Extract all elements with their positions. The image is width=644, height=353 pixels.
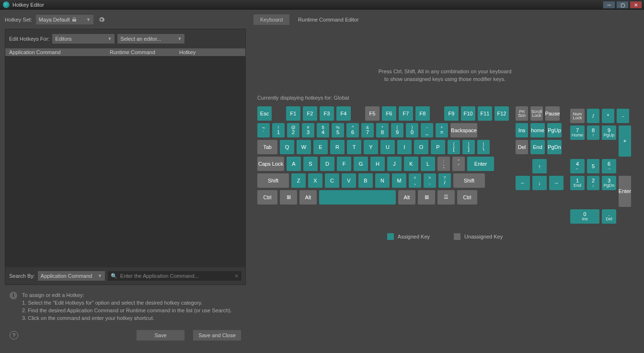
key-b[interactable]: B: [358, 173, 373, 188]
key-z[interactable]: Z: [291, 173, 306, 188]
col-runtime-command[interactable]: Runtime Command: [106, 49, 175, 55]
key-home[interactable]: home: [530, 123, 545, 137]
key-y[interactable]: Y: [364, 140, 378, 154]
key-r[interactable]: R: [330, 140, 345, 154]
key-end[interactable]: End: [530, 140, 545, 154]
key-backspace[interactable]: Backspace: [450, 123, 477, 137]
key-[interactable]: }]: [462, 140, 475, 154]
key-pgup[interactable]: PgUp: [547, 123, 562, 137]
tab-keyboard[interactable]: Keyboard: [253, 14, 289, 25]
key-m[interactable]: M: [392, 173, 406, 188]
key-[interactable]: /: [587, 109, 599, 123]
key-[interactable]: ↓: [532, 176, 547, 190]
key-blank[interactable]: [319, 190, 396, 205]
settings-gear-icon[interactable]: [97, 15, 106, 24]
key-[interactable]: ?/: [438, 173, 451, 188]
key-4[interactable]: 4←: [570, 159, 585, 173]
key-1[interactable]: 1End: [570, 176, 585, 190]
key-2[interactable]: @2: [287, 123, 299, 137]
key-e[interactable]: E: [313, 140, 328, 154]
key-alt[interactable]: Alt: [299, 190, 317, 205]
key-i[interactable]: I: [397, 140, 412, 154]
key-o[interactable]: O: [414, 140, 428, 154]
key-f11[interactable]: F11: [478, 106, 492, 121]
key-3[interactable]: 3PgDn: [602, 176, 616, 190]
key-capslock[interactable]: Caps Lock: [257, 157, 284, 171]
key-f1[interactable]: F1: [286, 106, 300, 121]
help-button[interactable]: ?: [10, 331, 18, 340]
key-scn[interactable]: PrtScn: [516, 106, 528, 121]
key-lock[interactable]: ScrollLock: [530, 106, 543, 121]
key-[interactable]: →: [549, 176, 564, 190]
key-esc[interactable]: Esc: [257, 106, 272, 121]
key-f12[interactable]: F12: [494, 106, 509, 121]
key-v[interactable]: V: [342, 173, 356, 188]
key-ins[interactable]: Ins: [516, 123, 528, 137]
key-8[interactable]: *8: [376, 123, 389, 137]
key-3[interactable]: #3: [302, 123, 314, 137]
key-[interactable]: ←: [516, 176, 530, 190]
key-c[interactable]: C: [325, 173, 339, 188]
key-f9[interactable]: F9: [444, 106, 459, 121]
key-[interactable]: .Del: [602, 209, 616, 224]
save-close-button[interactable]: Save and Close: [193, 330, 241, 341]
key-f8[interactable]: F8: [415, 106, 430, 121]
key-ctrl[interactable]: Ctrl: [457, 190, 477, 205]
key-5[interactable]: 5: [587, 159, 599, 173]
key-l[interactable]: L: [421, 157, 435, 171]
key-lock[interactable]: NumLock: [570, 109, 585, 123]
key-[interactable]: |\: [477, 140, 490, 154]
key-h[interactable]: H: [370, 157, 385, 171]
key-pause[interactable]: Pause: [545, 106, 560, 121]
key-d[interactable]: D: [320, 157, 334, 171]
key-[interactable]: -_: [421, 123, 433, 137]
key-u[interactable]: U: [380, 140, 395, 154]
key-[interactable]: ⊞: [280, 190, 297, 205]
key-f3[interactable]: F3: [320, 106, 334, 121]
key-8[interactable]: 8↑: [587, 125, 599, 140]
key-ctrl[interactable]: Ctrl: [257, 190, 277, 205]
key-k[interactable]: K: [404, 157, 418, 171]
key-f2[interactable]: F2: [303, 106, 317, 121]
key-p[interactable]: P: [431, 140, 445, 154]
key-[interactable]: {[: [448, 140, 460, 154]
search-mode-dropdown[interactable]: Application Command ▼: [38, 271, 105, 281]
hotkey-set-dropdown[interactable]: Maya Default ▼: [36, 15, 93, 24]
key-f5[interactable]: F5: [365, 106, 380, 121]
key-f4[interactable]: F4: [336, 106, 351, 121]
key-9[interactable]: 9PgUp: [602, 125, 616, 140]
key-0[interactable]: )0: [406, 123, 418, 137]
key-[interactable]: *: [602, 109, 614, 123]
key-enter[interactable]: Enter: [467, 157, 494, 171]
key-[interactable]: >.: [424, 173, 436, 188]
key-f[interactable]: F: [337, 157, 351, 171]
key-f10[interactable]: F10: [461, 106, 475, 121]
close-button[interactable]: ✕: [630, 1, 642, 9]
key-6[interactable]: 6→: [602, 159, 616, 173]
key-[interactable]: +: [619, 125, 631, 157]
key-shift[interactable]: Shift: [453, 173, 485, 188]
key-[interactable]: <,: [409, 173, 421, 188]
key-s[interactable]: S: [303, 157, 318, 171]
col-hotkey[interactable]: Hotkey: [175, 49, 245, 55]
maximize-button[interactable]: ▢: [616, 1, 629, 9]
key-5[interactable]: %5: [332, 123, 344, 137]
key-1[interactable]: !1: [272, 123, 285, 137]
key-shift[interactable]: Shift: [257, 173, 289, 188]
key-f6[interactable]: F6: [382, 106, 396, 121]
key-7[interactable]: 7Home: [570, 125, 585, 140]
key-g[interactable]: G: [354, 157, 368, 171]
minimize-button[interactable]: ─: [603, 1, 615, 9]
key-w[interactable]: W: [297, 140, 311, 154]
key-[interactable]: "': [452, 157, 465, 171]
save-button[interactable]: Save: [137, 330, 184, 341]
col-app-command[interactable]: Application Command: [5, 49, 106, 55]
key-[interactable]: :;: [437, 157, 450, 171]
key-[interactable]: ☰: [437, 190, 455, 205]
key-[interactable]: ↑: [532, 159, 547, 173]
key-j[interactable]: J: [387, 157, 402, 171]
key-6[interactable]: ^6: [346, 123, 359, 137]
key-alt[interactable]: Alt: [398, 190, 415, 205]
key-f7[interactable]: F7: [399, 106, 413, 121]
key-enter[interactable]: Enter: [619, 176, 631, 207]
